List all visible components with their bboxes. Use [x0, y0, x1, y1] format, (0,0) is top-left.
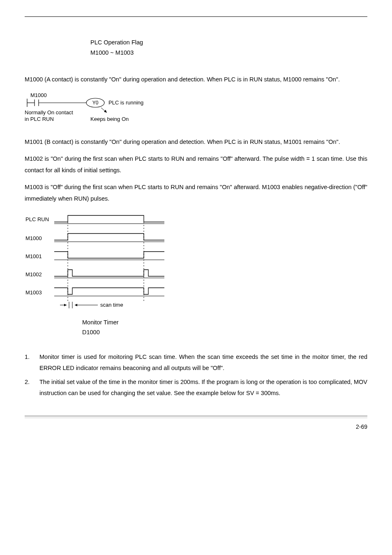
list-number: 1. [25, 352, 39, 374]
relay-label: M1000 [30, 92, 47, 98]
heading-line-2: M1000 ~ M1003 [90, 48, 367, 58]
list-item: 2. The initial set value of the time in … [25, 377, 367, 399]
m1000-paragraph: M1000 (A contact) is constantly "On" dur… [25, 74, 367, 86]
svg-marker-16 [64, 304, 67, 306]
heading2-line-2: D1000 [82, 327, 367, 338]
monitor-timer-heading: Monitor Timer D1000 [82, 317, 367, 338]
page-number: 2-69 [25, 421, 367, 432]
list-body: Monitor timer is used for moitoring PLC … [39, 352, 367, 374]
heading2-line-1: Monitor Timer [82, 317, 367, 328]
m1001-paragraph: M1001 (B contact) is constantly "On" dur… [25, 136, 367, 148]
timing-diagram: PLC RUN M1000 M1001 M1002 M1003 scan tim… [25, 213, 367, 316]
timing-label-m1000: M1000 [25, 235, 42, 241]
plc-running-label: PLC is running [108, 99, 143, 106]
normally-on-label-1: Normally On contact [25, 109, 73, 116]
numbered-list: 1. Monitor timer is used for moitoring P… [25, 352, 367, 399]
list-body: The initial set value of the time in the… [39, 377, 367, 399]
ladder-diagram: M1000 Y0 PLC is running Normally On cont… [25, 91, 367, 124]
top-divider [25, 16, 367, 17]
m1002-paragraph: M1002 is "On" during the first scan when… [25, 153, 367, 176]
scan-time-label: scan time [100, 302, 123, 308]
svg-marker-7 [104, 110, 107, 113]
heading-line-1: PLC Operation Flag [90, 37, 367, 48]
footer-divider-thin [25, 418, 367, 418]
svg-marker-20 [75, 304, 77, 306]
timing-label-plc-run: PLC RUN [25, 216, 49, 222]
timing-label-m1002: M1002 [25, 271, 42, 278]
timing-label-m1003: M1003 [25, 289, 42, 296]
normally-on-label-2: in PLC RUN [25, 116, 54, 122]
m1003-paragraph: M1003 is "Off" during the first scan whe… [25, 182, 367, 204]
footer-divider-thick [25, 415, 367, 417]
output-label: Y0 [92, 100, 99, 106]
timing-label-m1001: M1001 [25, 253, 42, 259]
plc-op-flag-heading: PLC Operation Flag M1000 ~ M1003 [90, 37, 367, 58]
list-item: 1. Monitor timer is used for moitoring P… [25, 352, 367, 374]
list-number: 2. [25, 377, 39, 399]
keeps-on-label: Keeps being On [90, 116, 129, 122]
